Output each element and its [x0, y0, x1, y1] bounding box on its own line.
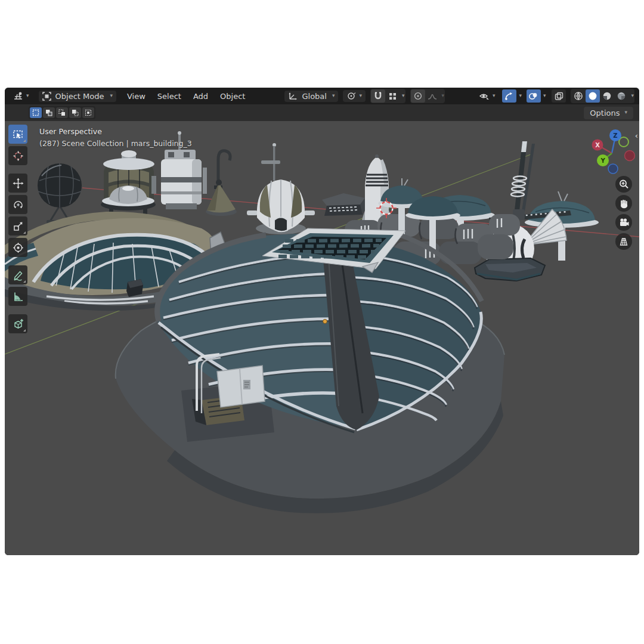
tool-transform[interactable] — [8, 238, 27, 257]
select-mode-group — [29, 106, 95, 119]
chevron-down-icon[interactable]: ▾ — [402, 93, 405, 98]
pivot-point-icon — [346, 91, 357, 101]
chevron-down-icon: ▾ — [624, 110, 627, 115]
grid-icon — [618, 236, 629, 247]
gizmo-axis-neg-z[interactable] — [608, 164, 618, 174]
select-mode-extend-button[interactable] — [43, 107, 55, 118]
chevron-down-icon[interactable]: ▾ — [543, 93, 546, 98]
chevron-down-icon: ▾ — [26, 93, 29, 98]
options-dropdown[interactable]: Options ▾ — [584, 107, 633, 119]
annotate-pencil-icon — [13, 270, 24, 281]
tool-add-cube[interactable] — [8, 314, 27, 333]
editor-type-button[interactable]: ▾ — [10, 90, 33, 102]
pan-button[interactable] — [615, 195, 632, 212]
select-mode-subtract-button[interactable] — [56, 107, 68, 118]
cursor-tool-icon — [13, 150, 24, 162]
perspective-toggle-button[interactable] — [615, 233, 632, 250]
chevron-down-icon: ▾ — [110, 93, 113, 98]
solid-sphere-icon — [588, 91, 597, 101]
transform-orientation-dropdown[interactable]: Global ▾ — [284, 91, 338, 102]
snap-grid-icon — [389, 92, 397, 100]
rendered-sphere-icon — [617, 91, 626, 101]
viewport-nav-controls — [615, 176, 632, 250]
orientation-label: Global — [302, 92, 326, 101]
select-invert-icon — [72, 109, 79, 116]
menu-object[interactable]: Object — [214, 90, 251, 103]
select-new-icon — [32, 109, 39, 116]
camera-view-button[interactable] — [615, 214, 632, 231]
select-mode-new-button[interactable] — [30, 107, 42, 118]
gizmo-y-label: Y — [600, 157, 605, 164]
xray-icon — [555, 92, 564, 101]
move-icon — [13, 178, 24, 189]
chevron-down-icon[interactable]: ▾ — [519, 93, 522, 98]
shading-rendered-button[interactable] — [614, 89, 628, 103]
tool-rotate[interactable] — [8, 195, 27, 214]
material-sphere-icon — [602, 91, 612, 101]
tool-measure[interactable] — [8, 287, 27, 306]
shading-group: ▾ — [571, 89, 634, 103]
proportional-circle-icon — [414, 92, 422, 100]
overlays-toggle[interactable] — [527, 89, 541, 103]
shading-material-button[interactable] — [600, 89, 614, 103]
menu-view[interactable]: View — [121, 90, 151, 103]
mode-label: Object Mode — [55, 92, 104, 101]
scene-render — [5, 121, 639, 555]
mode-dropdown[interactable]: Object Mode ▾ — [39, 91, 116, 102]
view-name: User Perspective — [39, 126, 192, 138]
tool-select-box[interactable] — [8, 125, 27, 144]
gizmo-arc-icon — [504, 92, 514, 101]
snap-toggle[interactable] — [371, 89, 385, 103]
overlays-icon — [528, 92, 538, 101]
gizmo-x-label: X — [595, 142, 600, 148]
select-mode-intersect-button[interactable] — [82, 107, 94, 118]
gizmos-toggle[interactable] — [502, 89, 516, 103]
falloff-dropdown[interactable] — [425, 89, 439, 103]
transform-icon — [13, 242, 24, 253]
viewport-3d[interactable]: User Perspective (287) Scene Collection … — [5, 121, 639, 555]
proportional-edit-toggle[interactable] — [411, 89, 425, 103]
chevron-down-icon[interactable]: ▾ — [631, 93, 634, 98]
add-cube-icon — [13, 318, 24, 330]
xray-toggle[interactable] — [552, 89, 566, 103]
magnet-icon — [374, 92, 382, 101]
chevron-down-icon: ▾ — [332, 93, 335, 98]
snap-settings-button[interactable] — [385, 89, 400, 103]
tool-annotate[interactable] — [8, 265, 27, 284]
sidebar-toggle[interactable]: ‹ — [634, 131, 639, 141]
chevron-down-icon: ▾ — [359, 93, 362, 98]
tool-settings-bar: Options ▾ — [5, 104, 639, 121]
shading-solid-button[interactable] — [586, 89, 600, 103]
proportional-edit-group: ▾ — [410, 89, 445, 103]
menu-add[interactable]: Add — [187, 90, 214, 103]
options-label: Options — [590, 109, 620, 117]
shading-wireframe-button[interactable] — [571, 89, 586, 103]
viewport-editor-icon — [13, 91, 24, 101]
active-object-path: (287) Scene Collection | mars_building_3 — [39, 138, 192, 150]
object-origin-dot — [323, 320, 327, 324]
viewport-overlay-text: User Perspective (287) Scene Collection … — [39, 126, 192, 150]
navigation-gizmo[interactable]: Z X Y — [589, 128, 637, 176]
tool-cursor[interactable] — [8, 146, 27, 165]
gizmo-axis-neg-x[interactable] — [625, 151, 635, 161]
select-subtract-icon — [58, 109, 66, 116]
visibility-dropdown[interactable]: ▾ — [475, 91, 499, 102]
chevron-down-icon[interactable]: ▾ — [442, 93, 445, 98]
select-extend-icon — [45, 109, 52, 116]
menu-select[interactable]: Select — [151, 90, 187, 103]
orientation-axes-icon — [288, 92, 298, 100]
camera-icon — [618, 217, 629, 228]
measure-icon — [13, 291, 24, 302]
chevron-down-icon: ▾ — [493, 93, 496, 98]
select-mode-invert-button[interactable] — [69, 107, 81, 118]
tool-shelf — [8, 125, 27, 333]
falloff-curve-icon — [428, 92, 437, 100]
tool-scale[interactable] — [8, 216, 27, 236]
zoom-button[interactable] — [615, 176, 632, 193]
wireframe-sphere-icon — [574, 91, 583, 101]
rotate-icon — [13, 199, 24, 210]
pivot-point-dropdown[interactable]: ▾ — [343, 90, 366, 102]
gizmo-z-label: Z — [613, 132, 617, 139]
snapping-group: ▾ — [370, 89, 405, 103]
tool-move[interactable] — [8, 174, 27, 193]
